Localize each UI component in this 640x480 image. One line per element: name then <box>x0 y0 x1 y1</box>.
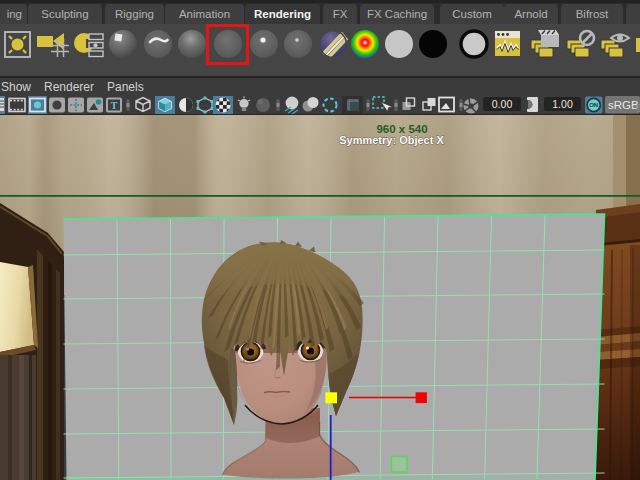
svg-text:ON: ON <box>589 102 598 108</box>
svg-text:1.00: 1.00 <box>552 98 573 110</box>
svg-text:Symmetry: Object X: Symmetry: Object X <box>339 134 444 146</box>
svg-text:T: T <box>111 100 118 111</box>
svg-text:0.00: 0.00 <box>492 98 513 110</box>
svg-text:sRGB: sRGB <box>608 99 639 111</box>
svg-text:g: g <box>636 100 640 112</box>
